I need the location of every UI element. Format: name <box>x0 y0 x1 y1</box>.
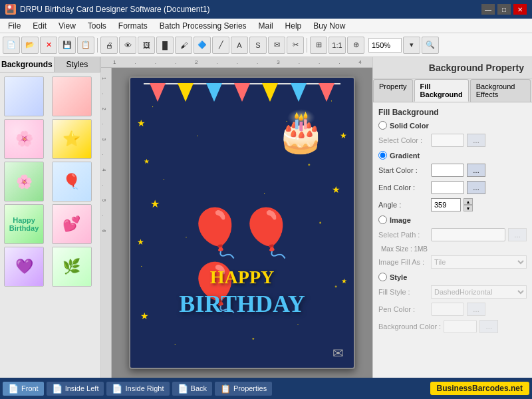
maximize-button[interactable]: □ <box>497 4 511 15</box>
open-button[interactable]: 📂 <box>21 37 39 54</box>
solid-color-row: Solid Color <box>378 121 527 130</box>
tab-backgrounds[interactable]: Backgrounds <box>0 57 55 72</box>
start-color-box[interactable] <box>431 164 464 177</box>
tab-inside-right[interactable]: 📄 Inside Right <box>106 382 169 396</box>
text-button[interactable]: A <box>231 37 248 54</box>
tab-styles[interactable]: Styles <box>55 57 100 72</box>
front-icon: 📄 <box>8 384 19 394</box>
card-canvas[interactable]: 🎂 🎈🎈🎈 ★ ★ ★ ★ ★ ★ ★ ★ HAPPY BIRTHDAY <box>112 68 372 378</box>
image-fill-row: Image Fill As : Tile Stretch Center <box>378 255 527 269</box>
pen-color-button[interactable]: … <box>467 303 485 316</box>
background-thumb-1[interactable] <box>4 76 44 116</box>
preview-button[interactable]: 👁 <box>119 37 136 54</box>
image-row: Image <box>378 215 527 224</box>
tab-inside-left[interactable]: 📄 Inside Left <box>47 382 104 396</box>
menu-edit[interactable]: Edit <box>27 20 52 32</box>
menu-bar: File Edit View Tools Formats Batch Proce… <box>0 19 532 33</box>
title-bar: 🎴 DRPU Birthday Card Designer Software (… <box>0 0 532 19</box>
menu-view[interactable]: View <box>53 20 81 32</box>
style-radio[interactable] <box>378 273 387 281</box>
select-path-box[interactable] <box>431 228 505 241</box>
star3: ★ <box>150 198 160 210</box>
image-fill-select[interactable]: Tile Stretch Center <box>431 255 527 269</box>
zoom-out-button[interactable]: 🔍 <box>422 37 439 54</box>
pen-color-box[interactable] <box>431 303 464 316</box>
zoom-in-button[interactable]: ⊕ <box>347 37 364 54</box>
angle-up-button[interactable]: ▲ <box>464 198 473 205</box>
tab-background-effects[interactable]: Background Effects <box>470 79 531 102</box>
menu-help[interactable]: Help <box>280 20 307 32</box>
tab-property[interactable]: Property <box>373 79 413 102</box>
gradient-label: Gradient <box>390 152 420 160</box>
menu-file[interactable]: File <box>3 20 26 32</box>
start-color-button[interactable]: … <box>467 164 485 177</box>
background-thumb-10[interactable]: 🌿 <box>52 247 92 287</box>
gradient-radio[interactable] <box>378 151 387 160</box>
select-color-box[interactable] <box>431 134 464 147</box>
cut-button[interactable]: ✂ <box>287 37 304 54</box>
menu-mail[interactable]: Mail <box>253 20 279 32</box>
menu-buynow[interactable]: Buy Now <box>308 20 350 32</box>
menu-batch[interactable]: Batch Processing Series <box>154 20 252 32</box>
background-thumb-6[interactable]: 🎈 <box>52 162 92 201</box>
panel-tabs: Backgrounds Styles <box>0 57 100 72</box>
menu-formats[interactable]: Formats <box>113 20 153 32</box>
angle-spinner: ▲ ▼ <box>464 198 473 211</box>
bg-color-box[interactable] <box>444 320 477 333</box>
end-color-box[interactable] <box>431 181 464 194</box>
aspect-button[interactable]: 1:1 <box>329 37 346 54</box>
background-thumb-5[interactable]: 🌸 <box>4 162 44 201</box>
back-icon: 📄 <box>178 384 188 394</box>
zoom-dropdown-button[interactable]: ▾ <box>403 37 420 54</box>
tab-fill-background[interactable]: Fill Background <box>414 79 469 102</box>
pen-color-label: Pen Color : <box>378 305 428 313</box>
line-button[interactable]: ╱ <box>212 37 229 54</box>
barcode-button[interactable]: ▐▌ <box>156 37 174 54</box>
background-thumb-8[interactable]: 💕 <box>52 204 92 244</box>
background-thumb-7[interactable]: HappyBirthday <box>4 204 44 244</box>
minimize-button[interactable]: — <box>481 4 495 15</box>
start-color-label: Start Color : <box>378 166 428 174</box>
tab-back-label: Back <box>191 384 207 392</box>
bg-color-row: Background Color : … <box>378 320 527 333</box>
save-button[interactable]: 💾 <box>59 37 76 54</box>
select-color-button[interactable]: … <box>467 134 485 147</box>
gradient-button[interactable]: 🔷 <box>194 37 211 54</box>
background-thumb-3[interactable]: 🌸 <box>4 119 44 159</box>
angle-down-button[interactable]: ▼ <box>464 205 473 211</box>
save-as-button[interactable]: 📋 <box>77 37 94 54</box>
image-radio[interactable] <box>378 215 387 224</box>
max-size-label: Max Size : 1MB <box>381 245 527 253</box>
background-thumb-4[interactable]: ⭐ <box>52 119 92 159</box>
shape-button[interactable]: S <box>249 37 267 54</box>
bg-color-button[interactable]: … <box>479 320 498 333</box>
select-color-row: Select Color : … <box>378 134 527 147</box>
tab-front[interactable]: 📄 Front <box>3 382 44 396</box>
end-color-row: End Color : … <box>378 181 527 194</box>
tab-properties[interactable]: 📋 Properties <box>215 382 272 396</box>
table-button[interactable]: ⊞ <box>310 37 327 54</box>
email-button[interactable]: ✉ <box>268 37 285 54</box>
star6: ★ <box>332 184 340 195</box>
solid-color-radio[interactable] <box>378 121 387 130</box>
close-button[interactable]: ✕ <box>513 4 527 15</box>
tab-inside-left-label: Inside Left <box>65 384 99 392</box>
tab-back[interactable]: 📄 Back <box>172 382 212 396</box>
print-button[interactable]: 🖨 <box>100 37 118 54</box>
background-thumb-2[interactable] <box>52 76 92 116</box>
angle-input[interactable] <box>431 198 461 211</box>
angle-label: Angle : <box>378 201 428 209</box>
paint-button[interactable]: 🖌 <box>175 37 192 54</box>
menu-tools[interactable]: Tools <box>82 20 112 32</box>
delete-button[interactable]: ✕ <box>40 37 57 54</box>
background-thumb-9[interactable]: 💜 <box>4 247 44 287</box>
select-path-button[interactable]: … <box>508 228 527 241</box>
zoom-input[interactable] <box>368 38 402 53</box>
thumbnails-grid: 🌸 ⭐ 🌸 🎈 HappyBirthday 💕 💜 🌿 <box>0 72 100 291</box>
toolbar: 📄 📂 ✕ 💾 📋 🖨 👁 🖼 ▐▌ 🖌 🔷 ╱ A S ✉ ✂ ⊞ 1:1 ⊕… <box>0 33 532 57</box>
fill-style-select[interactable]: DashedHorizontal Solid Diagonal <box>431 285 527 299</box>
end-color-button[interactable]: … <box>467 181 485 194</box>
new-button[interactable]: 📄 <box>3 37 20 54</box>
tab-front-label: Front <box>21 384 39 392</box>
image-button[interactable]: 🖼 <box>138 37 155 54</box>
